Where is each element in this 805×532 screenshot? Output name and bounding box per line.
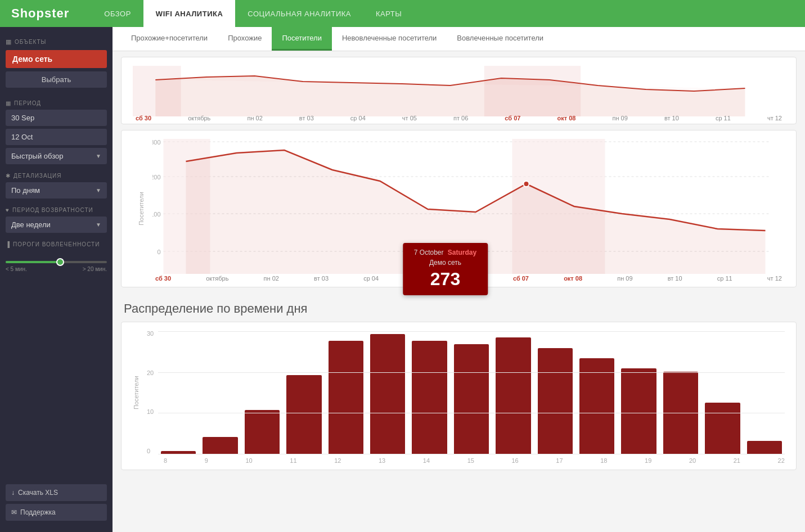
support-icon: ✉	[11, 508, 17, 516]
bar-item	[747, 441, 782, 454]
dist-y-20: 20	[147, 370, 155, 376]
mini-x-label-10: вт 10	[664, 115, 679, 121]
dist-x-21: 21	[734, 457, 740, 464]
main-y-axis-label: Посетители	[138, 192, 145, 226]
svg-text:100: 100	[152, 211, 161, 218]
main-x-label-12: чт 12	[767, 275, 782, 282]
content-area: Прохожие+посетители Прохожие Посетители …	[113, 27, 805, 532]
bar-chart-icon: ▐	[6, 241, 10, 247]
distribution-title: Распределение по времени дня	[113, 293, 805, 322]
nav-social[interactable]: СОЦИАЛЬНАЯ АНАЛИТИКА	[235, 0, 363, 27]
date-start-btn[interactable]: 30 Sep	[6, 110, 107, 126]
slider-fill	[6, 261, 61, 263]
tooltip-value: 273	[414, 269, 476, 290]
subtab-uninvolved[interactable]: Невовлеченные посетители	[332, 27, 447, 51]
dist-x-11: 11	[290, 457, 296, 464]
return-period-label: ♥ ПЕРИОД ВОЗВРАТНОСТИ	[6, 207, 107, 213]
main-x-label-10: вт 10	[668, 275, 682, 282]
dist-x-15: 15	[467, 457, 474, 464]
building-icon: ▦	[6, 38, 12, 46]
mini-chart-svg	[133, 66, 785, 116]
subtab-passers-visitors[interactable]: Прохожие+посетители	[121, 27, 218, 51]
dist-y-10: 10	[147, 409, 155, 415]
mini-x-label-7: сб 07	[505, 115, 520, 121]
dist-x-labels: 8 9 10 11 12 13 14 15 16 17 18 19 20 21 …	[133, 454, 785, 464]
svg-text:200: 200	[152, 174, 161, 181]
bar-item	[286, 375, 321, 454]
support-btn[interactable]: ✉ Поддержка	[6, 504, 107, 521]
dist-x-22: 22	[778, 457, 785, 464]
main-x-label-11: ср 11	[717, 275, 732, 282]
nav-maps[interactable]: КАРТЫ	[363, 0, 414, 27]
mini-x-label-4: ср 04	[350, 115, 366, 121]
slider-thumb[interactable]	[56, 258, 64, 266]
by-days-btn[interactable]: По дням ▼	[6, 182, 107, 199]
slider-labels: < 5 мин. > 20 мин.	[6, 266, 107, 272]
date-end-btn[interactable]: 12 Oct	[6, 129, 107, 145]
two-weeks-btn[interactable]: Две недели ▼	[6, 217, 107, 233]
dist-x-16: 16	[512, 457, 519, 464]
subtab-passers[interactable]: Прохожие	[218, 27, 272, 51]
dist-chart-area	[158, 331, 785, 454]
dist-x-12: 12	[334, 457, 341, 464]
mini-x-label-0: сб 30	[136, 115, 151, 121]
dist-x-9: 9	[205, 457, 208, 464]
distribution-chart: Посетители 0 10 20 30	[121, 322, 797, 470]
topnav: Shopster ОБЗОР WIFI АНАЛИТИКА СОЦИАЛЬНАЯ…	[0, 0, 805, 27]
mini-x-label-2: пн 02	[247, 115, 262, 121]
objects-section-title: ▦ ОБЪЕКТЫ	[6, 38, 107, 46]
detail-icon: ✱	[6, 173, 11, 179]
subtabs: Прохожие+посетители Прохожие Посетители …	[113, 27, 805, 51]
download-xls-btn[interactable]: ↓ Скачать XLS	[6, 484, 107, 501]
mini-x-label-9: пн 09	[612, 115, 627, 121]
heart-icon: ♥	[6, 207, 10, 213]
sidebar: ▦ ОБЪЕКТЫ Демо сеть Выбрать ▦ ПЕРИОД 30 …	[0, 27, 113, 532]
main-x-label-8: окт 08	[564, 275, 582, 282]
nav-wifi[interactable]: WIFI АНАЛИТИКА	[143, 0, 235, 27]
period-label: ▦ ПЕРИОД	[6, 100, 107, 106]
main-chart: Посетители 0 100 200	[121, 130, 797, 287]
main-x-label-0: сб 30	[155, 275, 171, 282]
mini-x-label-11: ср 11	[716, 115, 731, 121]
mini-x-label-8: окт 08	[557, 115, 576, 121]
sidebar-bottom: ↓ Скачать XLS ✉ Поддержка	[6, 473, 107, 524]
dist-y-30: 30	[147, 331, 155, 337]
mini-x-label-12: чт 12	[767, 115, 782, 121]
threshold-label: ▐ ПОРОГИ ВОВЛЕЧЕННОСТИ	[6, 241, 107, 247]
dist-x-18: 18	[600, 457, 607, 464]
chevron-down-icon: ▼	[96, 153, 101, 159]
bar-item	[245, 410, 280, 454]
subtab-visitors[interactable]: Посетители	[272, 27, 332, 51]
threshold-slider[interactable]: < 5 мин. > 20 мин.	[6, 256, 107, 272]
quick-overview-btn[interactable]: Быстрый обзор ▼	[6, 148, 107, 164]
chart-tooltip: 7 October Saturday Демо сеть 273	[403, 243, 488, 295]
dist-y-0: 0	[147, 448, 155, 454]
bar-item	[705, 403, 740, 454]
bar-item	[621, 368, 656, 454]
download-icon: ↓	[11, 489, 15, 497]
nav-overview[interactable]: ОБЗОР	[92, 0, 143, 27]
slider-track	[6, 261, 107, 263]
main-x-label-4: ср 04	[363, 275, 379, 282]
select-btn[interactable]: Выбрать	[6, 71, 107, 88]
main-x-label-1: октябрь	[206, 275, 228, 282]
network-select-btn[interactable]: Демо сеть	[6, 50, 107, 68]
mini-chart: сб 30 октябрь пн 02 вт 03 ср 04 чт 05 пт…	[121, 57, 797, 124]
main-x-label-3: вт 03	[314, 275, 329, 282]
svg-text:300: 300	[152, 139, 161, 146]
bar-item	[538, 348, 573, 454]
dist-x-20: 20	[689, 457, 696, 464]
bar-item	[454, 344, 489, 454]
dist-x-10: 10	[245, 457, 252, 464]
chevron-down-icon-2: ▼	[96, 187, 101, 193]
detail-label: ✱ ДЕТАЛИЗАЦИЯ	[6, 173, 107, 179]
dist-x-17: 17	[556, 457, 563, 464]
mini-x-label-5: чт 05	[402, 115, 417, 121]
mini-x-label-3: вт 03	[299, 115, 314, 121]
bar-item	[370, 334, 405, 454]
subtab-involved[interactable]: Вовлеченные посетители	[447, 27, 554, 51]
bars-container	[158, 331, 785, 454]
main-x-label-2: пн 02	[264, 275, 279, 282]
dist-x-8: 8	[164, 457, 167, 464]
svg-point-10	[524, 181, 529, 187]
